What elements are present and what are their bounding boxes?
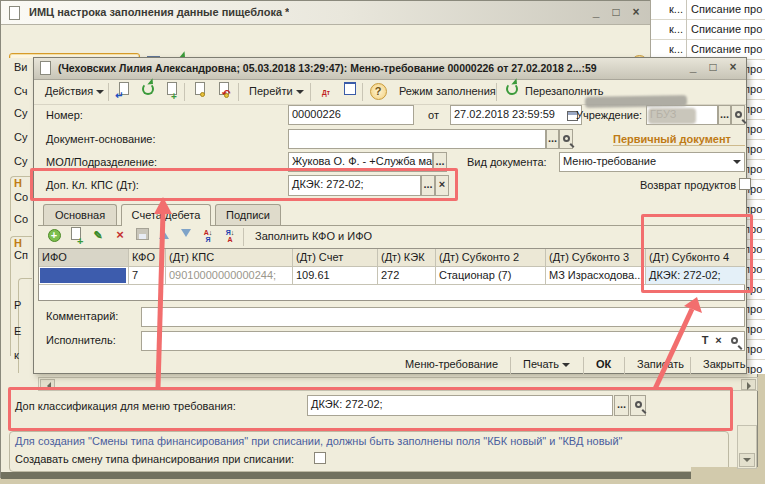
journal-icon (344, 82, 356, 95)
col-header-sub2[interactable]: (Дт) Субконто 2 (436, 249, 546, 267)
list-cell-title: Списание про (687, 20, 762, 39)
date-input[interactable]: 27.02.2018 23:59:59 (450, 105, 582, 125)
list-row[interactable]: к...Списание про (651, 0, 765, 20)
maximize-button[interactable]: □ (607, 5, 625, 21)
institution-search-button[interactable] (731, 105, 745, 125)
dialog-close-button[interactable]: × (724, 60, 742, 76)
col-header-schet[interactable]: (Дт) Счет (293, 249, 378, 267)
clipped-label: Н (14, 237, 22, 249)
reread-button[interactable] (138, 82, 158, 102)
primary-doc-header: Первичный документ (613, 133, 745, 146)
base-doc-search-button[interactable] (559, 129, 573, 149)
write-button[interactable]: ↵ (114, 82, 134, 102)
return-products-label: Возврат продуктов (594, 179, 736, 191)
institution-ellipsis-button[interactable]: ... (718, 105, 731, 125)
move-down-button[interactable] (177, 224, 195, 242)
coin-icon (200, 92, 205, 97)
dialog-titlebar: (Чеховских Лилия Александровна; 05.03.20… (34, 58, 746, 80)
list-cell-ref: к... (651, 0, 687, 20)
cell-sub3[interactable]: МЗ Израсходова... (546, 267, 646, 285)
move-up-button[interactable] (155, 226, 173, 244)
comment-input[interactable] (141, 307, 745, 327)
clipped-label: Со (14, 213, 28, 225)
dialog-help-button[interactable]: ? (368, 82, 388, 102)
table-row[interactable]: 709010000000000244;109.61272Стационар (7… (39, 267, 744, 285)
executor-clear-button[interactable]: × (712, 332, 725, 350)
ok-button[interactable]: ОК (588, 355, 619, 375)
cell-ifo[interactable] (39, 267, 129, 285)
financing-hint-text: Для создания "Смены типа финансирования"… (15, 435, 622, 447)
doc-kind-select[interactable]: Меню-требование (559, 152, 745, 172)
copy-button[interactable]: + (162, 82, 182, 102)
base-doc-input[interactable] (288, 129, 546, 149)
chevron-down-icon (96, 90, 104, 98)
col-header-kek[interactable]: (Дт) КЭК (378, 249, 436, 267)
list-row[interactable]: к...Списание про (651, 20, 765, 40)
executor-input[interactable] (141, 331, 745, 351)
col-header-ifo[interactable]: ИФО (39, 249, 129, 267)
close-button[interactable]: × (627, 5, 645, 21)
cell-kek[interactable]: 272 (378, 267, 436, 285)
doc-kind-label: Вид документа: (467, 156, 547, 168)
dialog-maximize-button[interactable]: □ (704, 60, 722, 76)
institution-label: Учреждение: (576, 109, 642, 121)
return-products-checkbox[interactable] (739, 178, 751, 190)
magnifier-icon (735, 111, 742, 118)
cell-schet[interactable]: 109.61 (293, 267, 378, 285)
cell-sub2[interactable]: Стационар (7) (436, 267, 546, 285)
base-doc-ellipsis-button[interactable]: ... (546, 129, 559, 149)
copy-row-button[interactable]: + (67, 227, 85, 245)
chevron-down-icon (562, 363, 570, 371)
selected-cell (40, 268, 126, 283)
scroll-right-button[interactable] (741, 379, 756, 390)
arrow-up-icon (159, 226, 169, 239)
fill-kfo-ifo-button[interactable]: Заполнить КФО и ИФО (250, 227, 377, 247)
dialog-minimize-button[interactable]: _ (684, 60, 702, 76)
add-row-button[interactable]: + (45, 227, 63, 245)
sort-desc-button[interactable]: Я↓А (221, 227, 239, 245)
dtkt-button[interactable]: ДтКт (316, 82, 336, 102)
unpost-document-button[interactable]: ↶ (214, 82, 234, 102)
create-change-label: Создавать смену типа финансирования при … (15, 453, 294, 465)
print-button[interactable]: Печать (515, 355, 578, 375)
actions-label: Действия (45, 85, 93, 97)
scroll-down-button[interactable] (739, 453, 755, 467)
refill-icon-button (502, 82, 522, 102)
clipped-label: Сп (14, 249, 28, 261)
actions-button[interactable]: Действия (40, 82, 109, 102)
goto-button[interactable]: Перейти (244, 82, 309, 102)
col-header-sub3[interactable]: (Дт) Субконто 3 (546, 249, 646, 267)
number-input[interactable]: 00000226 (288, 105, 414, 125)
tab-scheta-debeta[interactable]: Счета дебета (121, 204, 211, 226)
journal-button[interactable] (340, 82, 360, 102)
col-header-kfo[interactable]: КФО (129, 249, 166, 267)
comment-label: Комментарий: (46, 310, 118, 322)
executor-search-button[interactable] (726, 332, 742, 350)
cell-kfo[interactable]: 7 (129, 267, 166, 285)
minimize-button[interactable]: _ (587, 5, 605, 21)
tab-podpisi[interactable]: Подписи (215, 204, 281, 225)
executor-text-button[interactable]: T (698, 332, 712, 350)
goto-label: Перейти (249, 85, 293, 97)
cell-kps[interactable]: 09010000000000244; (166, 267, 293, 285)
diskette-icon (136, 228, 149, 240)
create-change-checkbox[interactable] (314, 452, 326, 464)
dialog-icon (40, 61, 51, 75)
col-header-kps[interactable]: (Дт) КПС (166, 249, 293, 267)
edit-row-button[interactable]: ✎ (89, 227, 107, 245)
close-bottom-button[interactable]: Закрыть (695, 355, 753, 375)
vertical-scrollbar[interactable] (737, 425, 757, 469)
post-document-button[interactable] (190, 82, 210, 102)
menu-request-button[interactable]: Меню-требование (397, 355, 506, 375)
window-bottom-edge (1, 472, 691, 479)
arrow-right-icon (747, 382, 755, 390)
tab-osnovnaya[interactable]: Основная (43, 204, 117, 225)
end-edit-button[interactable] (133, 228, 151, 246)
write-bottom-button[interactable]: Записать (629, 355, 692, 375)
fill-mode-button[interactable]: Режим заполнения (394, 82, 501, 102)
number-label: Номер: (46, 109, 83, 121)
chevron-down-icon (733, 160, 741, 168)
sort-asc-button[interactable]: А↓Я (199, 227, 217, 245)
delete-row-button[interactable]: × (111, 227, 129, 245)
clipped-label: Су (14, 131, 27, 143)
